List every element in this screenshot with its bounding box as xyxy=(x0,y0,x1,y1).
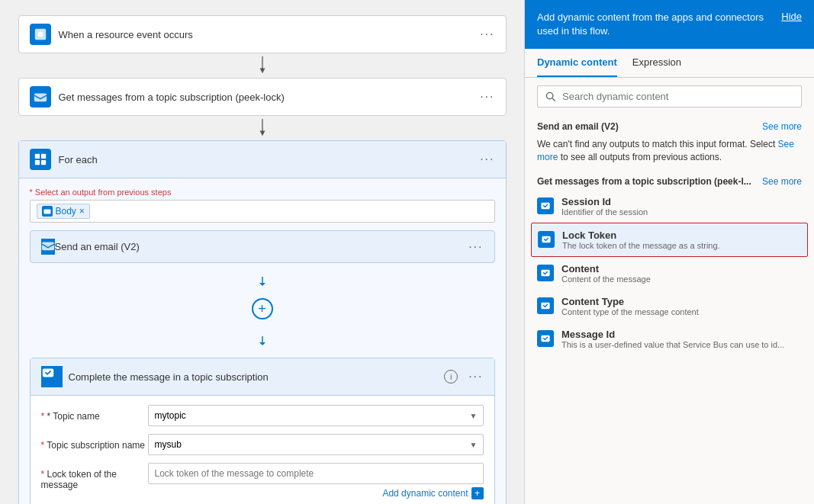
body-tag-label: Body xyxy=(56,206,76,217)
dynamic-item-content-type[interactable]: Content Type Content type of the message… xyxy=(525,290,814,323)
inner-arrow xyxy=(30,269,495,294)
subscription-name-select[interactable]: mysub xyxy=(148,434,484,455)
send-email-section-header: Send an email (V2) See more xyxy=(525,115,814,135)
svg-rect-7 xyxy=(34,154,39,159)
subscription-name-label: * Topic subscription name xyxy=(41,434,148,451)
content-type-text: Content Type Content type of the message… xyxy=(561,296,802,316)
search-box xyxy=(537,85,802,108)
lock-token-input[interactable] xyxy=(148,463,484,484)
content-icon xyxy=(537,265,554,281)
svg-line-19 xyxy=(552,98,555,101)
hide-button[interactable]: Hide xyxy=(781,11,802,22)
dynamic-item-content[interactable]: Content Content of the message xyxy=(525,257,814,290)
for-each-icon xyxy=(30,149,51,170)
svg-rect-11 xyxy=(43,210,50,214)
svg-rect-9 xyxy=(34,160,39,165)
dynamic-item-message-id[interactable]: Message Id This is a user-defined value … xyxy=(525,323,814,355)
body-tag-close[interactable]: × xyxy=(79,206,85,217)
get-messages-section-title: Get messages from a topic subscription (… xyxy=(537,176,751,187)
session-id-text: Session Id Identifier of the session xyxy=(561,196,802,217)
lock-token-row: * Lock token of the message Add dynamic … xyxy=(41,463,484,499)
dynamic-content-panel: Add dynamic content from the apps and co… xyxy=(524,0,814,504)
svg-rect-8 xyxy=(40,154,45,159)
svg-rect-12 xyxy=(41,242,53,251)
topic-name-row: * * Topic name mytopic ▼ xyxy=(41,405,484,426)
search-icon xyxy=(545,91,556,102)
lock-token-name: Lock Token xyxy=(562,230,801,241)
session-id-icon xyxy=(537,197,554,214)
send-email-section-message: We can't find any outputs to match this … xyxy=(525,135,814,170)
lock-token-text: Lock Token The lock token of the message… xyxy=(562,230,801,250)
complete-header: Complete the message in a topic subscrip… xyxy=(31,358,494,396)
message-id-desc: This is a user-defined value that Servic… xyxy=(561,340,802,349)
send-email-see-more[interactable]: See more xyxy=(762,121,802,132)
complete-more[interactable]: ··· xyxy=(468,370,483,384)
lock-token-label: * Lock token of the message xyxy=(41,463,148,490)
for-each-block: For each ··· * Select an output from pre… xyxy=(18,140,507,504)
flow-container: When a resource event occurs ··· Get mes… xyxy=(18,15,507,504)
content-type-desc: Content type of the message content xyxy=(561,307,802,316)
dynamic-item-lock-token[interactable]: Lock Token The lock token of the message… xyxy=(531,223,808,257)
topic-chevron-icon: ▼ xyxy=(470,412,478,420)
step2-title: Get messages from a topic subscription (… xyxy=(59,91,481,103)
subscription-chevron-icon: ▼ xyxy=(470,441,478,449)
step2-icon xyxy=(30,86,51,108)
content-text: Content Content of the message xyxy=(561,263,802,284)
panel-header-text: Add dynamic content from the apps and co… xyxy=(537,11,772,38)
get-messages-section-header: Get messages from a topic subscription (… xyxy=(525,170,814,190)
panel-header: Add dynamic content from the apps and co… xyxy=(525,0,814,49)
tab-dynamic-content[interactable]: Dynamic content xyxy=(537,49,617,77)
send-email-more[interactable]: ··· xyxy=(468,240,483,254)
message-id-icon xyxy=(537,330,554,347)
complete-title: Complete the message in a topic subscrip… xyxy=(69,371,439,383)
lock-token-input-wrap: Add dynamic content + xyxy=(148,463,484,499)
complete-block: Complete the message in a topic subscrip… xyxy=(30,358,495,504)
panel-tabs: Dynamic content Expression xyxy=(525,49,814,78)
step2-card: Get messages from a topic subscription (… xyxy=(18,78,507,116)
arrow2 xyxy=(18,116,507,140)
for-each-header: For each ··· xyxy=(19,141,506,178)
content-name: Content xyxy=(561,263,802,274)
select-output-label: * Select an output from previous steps xyxy=(30,188,495,197)
inner-arrow2 xyxy=(30,329,495,353)
svg-point-1 xyxy=(37,31,43,37)
content-type-name: Content Type xyxy=(561,296,802,307)
add-action-button[interactable]: + xyxy=(252,298,273,319)
add-dynamic-content-link[interactable]: Add dynamic content + xyxy=(148,487,484,499)
flow-canvas: When a resource event occurs ··· Get mes… xyxy=(0,0,524,504)
step1-card: When a resource event occurs ··· xyxy=(18,15,507,53)
send-email-title: Send an email (V2) xyxy=(55,241,469,252)
svg-marker-3 xyxy=(259,68,265,73)
session-id-desc: Identifier of the session xyxy=(561,207,802,217)
svg-marker-6 xyxy=(259,130,265,136)
see-more-inline-link[interactable]: See more xyxy=(537,139,794,162)
search-input[interactable] xyxy=(562,91,793,102)
tag-input[interactable]: Body × xyxy=(30,200,495,223)
session-id-name: Session Id xyxy=(561,196,802,207)
get-messages-see-more[interactable]: See more xyxy=(762,176,802,187)
for-each-title: For each xyxy=(59,154,481,165)
panel-content: Send an email (V2) See more We can't fin… xyxy=(525,115,814,504)
lock-token-icon xyxy=(538,231,555,248)
step2-more[interactable]: ··· xyxy=(480,90,494,104)
panel-search-area xyxy=(525,78,814,115)
dynamic-item-session-id[interactable]: Session Id Identifier of the session xyxy=(525,190,814,223)
content-desc: Content of the message xyxy=(561,274,802,284)
topic-name-input-wrap: mytopic ▼ xyxy=(148,405,484,426)
svg-marker-14 xyxy=(259,283,265,286)
subscription-name-row: * Topic subscription name mysub ▼ xyxy=(41,434,484,455)
arrow1 xyxy=(18,53,507,78)
for-each-body: * Select an output from previous steps B… xyxy=(19,178,506,504)
tab-expression[interactable]: Expression xyxy=(632,49,681,77)
svg-marker-16 xyxy=(259,342,265,345)
topic-name-select[interactable]: mytopic xyxy=(148,405,484,426)
svg-point-18 xyxy=(546,92,552,98)
for-each-more[interactable]: ··· xyxy=(480,152,494,166)
body-tag-icon xyxy=(42,206,53,217)
complete-icon xyxy=(41,366,63,387)
message-id-text: Message Id This is a user-defined value … xyxy=(561,329,802,349)
message-id-name: Message Id xyxy=(561,329,802,340)
info-icon[interactable]: i xyxy=(444,370,458,384)
step1-more[interactable]: ··· xyxy=(480,27,494,41)
svg-rect-4 xyxy=(34,94,46,102)
